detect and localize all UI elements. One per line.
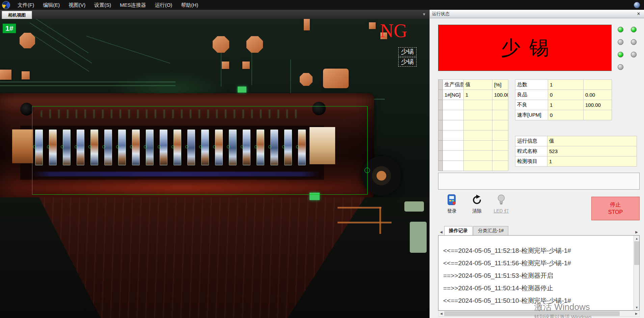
row-header <box>438 161 443 171</box>
stop-button-label-cn: 停止 <box>610 201 621 209</box>
scroll-down-button[interactable]: ▼ <box>634 304 640 310</box>
defect-tag-list: 少锡 少锡 <box>398 47 417 67</box>
pcb-trace <box>32 34 89 72</box>
pcb-pad <box>300 73 313 86</box>
pcb-pad <box>0 70 11 80</box>
roi-rectangle <box>32 106 368 195</box>
log-line: ==>>2024-05-05_11:50:14-检测器停止 <box>443 282 639 294</box>
login-button[interactable]: 登录 <box>441 194 463 214</box>
tab-classification-summary[interactable]: 分类汇总-1# <box>473 226 508 235</box>
menu-item-help[interactable]: 帮助(H) <box>177 0 203 10</box>
menu-item-file[interactable]: 文件(F) <box>13 0 38 10</box>
pcb-pad <box>22 71 30 79</box>
table-cell <box>492 141 508 151</box>
table-cell: 1 <box>548 80 584 90</box>
row-header <box>438 80 443 90</box>
tab-scroll-right-button[interactable]: ▶ <box>634 228 640 235</box>
column-header: [%] <box>492 80 508 90</box>
menu-item-edit[interactable]: 编辑(E) <box>38 0 64 10</box>
pcb-trace <box>86 36 170 64</box>
defect-tag: 少锡 <box>398 47 417 56</box>
row-header <box>438 130 443 141</box>
tab-scroll-left-button[interactable]: ◀ <box>438 228 444 235</box>
pcb-pad <box>20 33 35 48</box>
table-cell: 1 <box>548 100 584 110</box>
table-cell: 总数 <box>515 80 548 90</box>
table-cell <box>584 80 612 90</box>
clear-button[interactable]: 清除 <box>466 194 488 214</box>
table-cell: 1 <box>464 90 492 100</box>
result-ng-label: NG <box>380 21 407 41</box>
table-cell: 检测项目 <box>515 156 547 167</box>
pcb-pad <box>242 62 250 69</box>
led-light-button[interactable]: LED 灯 <box>490 194 512 214</box>
operation-log-list[interactable]: <<==2024-05-05_11:52:18-检测完毕-少锡-1# <<==2… <box>438 235 640 311</box>
scroll-left-button[interactable]: ◀ <box>438 311 444 316</box>
clear-button-label: 清除 <box>472 208 482 214</box>
status-led <box>631 27 637 32</box>
scroll-up-button[interactable]: ▲ <box>634 236 640 241</box>
tab-operation-log[interactable]: 操作记录 <box>444 226 473 235</box>
table-cell: 程式名称 <box>515 146 547 156</box>
mounting-hole <box>20 103 33 116</box>
table-row: 程式名称 523 <box>515 146 637 156</box>
summary-table: 总数 1 良品 0 0.00 不良 1 100.00 速率[UPM] 0 <box>515 79 612 120</box>
log-line: <<==2024-05-05_11:51:56-检测完毕-少锡-1# <box>443 257 639 269</box>
table-cell <box>464 120 492 130</box>
copper-trace <box>379 207 381 234</box>
table-cell <box>492 151 508 161</box>
tab-camera-view[interactable]: 相机视图 <box>2 11 32 19</box>
status-led-grid <box>618 27 637 70</box>
menu-item-run[interactable]: 运行(O) <box>151 0 177 10</box>
scroll-right-button[interactable]: ▶ <box>634 311 639 316</box>
table-row: 检测项目 1 <box>515 156 637 167</box>
table-cell <box>492 161 508 171</box>
guide-hole <box>362 156 401 195</box>
result-banner: 少锡 <box>438 25 612 71</box>
table-cell: 速率[UPM] <box>515 110 548 120</box>
row-header <box>438 141 443 151</box>
menu-item-settings[interactable]: 设置(S) <box>90 0 115 10</box>
scrollbar-thumb[interactable] <box>444 311 620 316</box>
column-header: 值 <box>464 80 492 90</box>
pcb-pad <box>323 69 349 88</box>
table-cell: 1#[NG] <box>443 90 464 100</box>
table-cell <box>492 110 508 120</box>
table-row <box>438 141 508 151</box>
camera-view: 1# NG 少锡 少锡 <box>0 19 429 318</box>
tray-icon[interactable] <box>634 2 640 8</box>
pcb-pad <box>213 36 229 53</box>
camera-tab-bar: 相机视图 ▼ <box>0 10 429 19</box>
stop-button[interactable]: 停止 STOP <box>591 197 640 220</box>
pcb-trace <box>251 53 252 85</box>
tab-list-dropdown-icon[interactable]: ▼ <box>422 12 426 17</box>
panel-close-button[interactable]: × <box>636 11 642 17</box>
table-cell <box>443 110 464 120</box>
vertical-scrollbar[interactable]: ▲ ▼ <box>634 236 639 310</box>
status-led <box>618 27 623 32</box>
connector-end-pad <box>12 129 33 163</box>
status-led <box>631 39 637 45</box>
login-icon <box>447 194 457 206</box>
table-cell <box>492 120 508 130</box>
pcb-trace <box>29 22 92 63</box>
table-cell <box>464 100 492 110</box>
horizontal-scrollbar[interactable]: ◀ ▶ <box>438 311 640 317</box>
table-cell <box>492 130 508 141</box>
table-cell <box>443 130 464 141</box>
scrollbar-thumb[interactable] <box>634 241 639 265</box>
table-cell <box>464 151 492 161</box>
menu-item-mes-connector[interactable]: MES连接器 <box>115 0 151 10</box>
row-header <box>438 110 443 120</box>
menu-item-view[interactable]: 视图(V) <box>64 0 90 10</box>
log-lines: <<==2024-05-05_11:52:18-检测完毕-少锡-1# <<==2… <box>438 236 639 307</box>
table-cell <box>464 141 492 151</box>
table-cell <box>464 110 492 120</box>
pcb-pad <box>246 36 263 53</box>
status-led <box>631 52 637 57</box>
log-tab-bar: ◀ 操作记录 分类汇总-1# ▶ <box>438 226 640 235</box>
table-cell <box>443 161 464 171</box>
table-cell <box>443 141 464 151</box>
column-header: 值 <box>547 136 637 146</box>
table-cell: 0.00 <box>584 90 612 100</box>
